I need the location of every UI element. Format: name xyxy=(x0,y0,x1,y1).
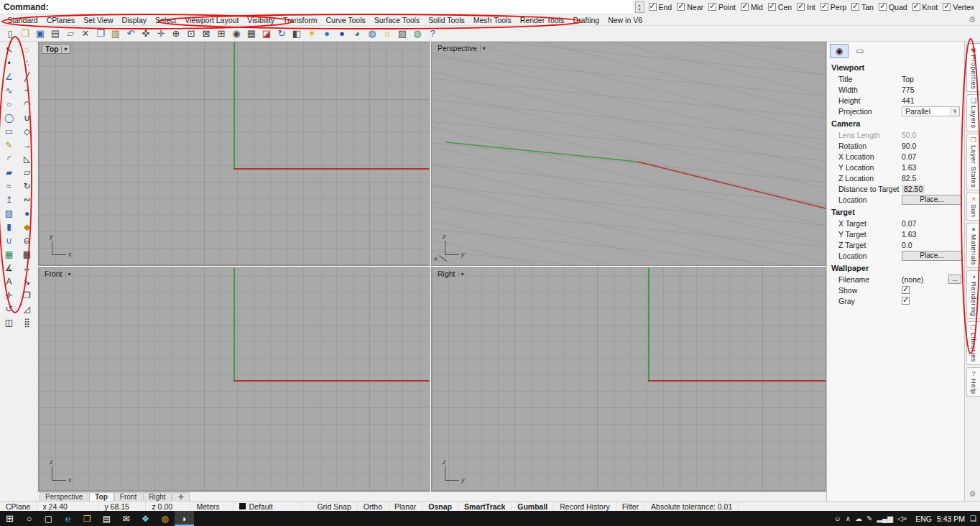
height-value[interactable]: 441 xyxy=(902,96,964,105)
toolbar-tab[interactable]: Surface Tools xyxy=(370,15,424,25)
toolbar-tab[interactable]: Visibility xyxy=(243,15,279,25)
viewport-front-title[interactable]: Front xyxy=(42,269,74,278)
y-coordinate[interactable]: y 68.15 xyxy=(98,502,146,511)
rotate-view-icon[interactable]: ↻ xyxy=(275,27,288,40)
gear-icon[interactable]: ⚙ xyxy=(969,489,976,499)
projection-dropdown[interactable]: Parallel ∨ xyxy=(902,106,960,116)
leader-icon[interactable]: ↘ xyxy=(19,275,35,289)
mesh-tools-icon[interactable]: ▩ xyxy=(19,248,35,262)
viewport-top[interactable]: Top y x xyxy=(38,42,430,266)
point-icon[interactable]: • xyxy=(1,57,17,70)
smarttrack-toggle[interactable]: SmartTrack xyxy=(458,502,512,511)
hidden-icons-chevron[interactable]: ∧ xyxy=(846,515,851,522)
photos-icon[interactable]: ❖ xyxy=(136,511,155,526)
file-explorer-icon[interactable]: ❒ xyxy=(78,511,97,526)
tab-sun[interactable]: ☀ Sun xyxy=(966,193,980,220)
curve-tools-icon[interactable]: ✎ xyxy=(1,139,17,152)
edge-icon[interactable]: ℮ xyxy=(58,511,78,526)
toolbar-tab[interactable]: Solid Tools xyxy=(424,15,469,25)
z-coordinate[interactable]: z 0.00 xyxy=(146,502,190,511)
surface-icon[interactable]: ▰ xyxy=(1,166,17,180)
viewport-page-tab-top[interactable]: Top xyxy=(89,492,114,501)
tab-rendering[interactable]: ◑ Rendering xyxy=(966,270,980,319)
mirror-icon[interactable]: ◫ xyxy=(1,316,17,330)
z-location-value[interactable]: 82.5 xyxy=(902,174,964,183)
toolbar-tab[interactable]: Display xyxy=(118,15,151,25)
z-target-value[interactable]: 0.0 xyxy=(902,241,964,249)
undo-icon[interactable]: ↶ xyxy=(124,27,137,40)
zoom-extents-icon[interactable]: ⊠ xyxy=(200,27,213,40)
tab-properties[interactable]: ◉ Properties xyxy=(966,43,980,92)
osnap-toggle[interactable]: Cen xyxy=(768,3,792,11)
action-center-icon[interactable]: ❏ xyxy=(970,515,976,522)
viewport-perspective-title[interactable]: Perspective xyxy=(435,44,489,52)
lamp-icon[interactable]: ☀ xyxy=(305,27,318,40)
boolean-union-icon[interactable]: ∪ xyxy=(1,234,17,248)
viewport-menu-arrow-icon[interactable] xyxy=(458,271,466,277)
language-indicator[interactable]: ENG xyxy=(915,515,932,523)
osnap-toggle[interactable]: Knot xyxy=(912,3,938,11)
title-value[interactable]: Top xyxy=(902,75,964,83)
sphere-icon[interactable]: ● xyxy=(19,207,35,221)
pen-icon[interactable]: ✎ xyxy=(866,515,872,522)
record-history-toggle[interactable]: Record History xyxy=(554,502,616,511)
osnap-toggle[interactable]: Point xyxy=(708,3,736,11)
rotate-sphere-icon[interactable]: ◕ xyxy=(351,27,364,40)
new-file-icon[interactable]: ▯ xyxy=(4,27,17,40)
save-icon[interactable]: ▣ xyxy=(34,27,47,40)
osnap-toggle[interactable]: End xyxy=(649,3,672,11)
mesh-icon[interactable]: ▦ xyxy=(1,248,17,262)
copy-tool-icon[interactable]: ❐ xyxy=(19,289,35,303)
cortana-icon[interactable]: ○ xyxy=(19,511,39,526)
toolbar-tab[interactable]: Curve Tools xyxy=(322,15,370,25)
tab-layers[interactable]: ❏ Layers xyxy=(966,94,980,132)
distance-to-target-value[interactable]: 82.50 xyxy=(902,185,925,193)
browse-file-button[interactable]: ... xyxy=(948,274,961,284)
rendered-view-icon[interactable]: ● xyxy=(336,27,348,40)
filename-value[interactable]: (none) xyxy=(902,275,948,284)
osnap-toggle[interactable]: Quad xyxy=(879,3,907,11)
osnap-toggle[interactable]: Tan xyxy=(851,3,874,11)
osnap-toggle[interactable]: Vertex xyxy=(943,3,974,11)
width-value[interactable]: 775 xyxy=(902,86,964,94)
toolbar-tab[interactable]: Drafting xyxy=(568,15,604,25)
selection-filter-icon[interactable]: ◉ xyxy=(230,27,243,40)
help-icon[interactable]: ? xyxy=(426,27,439,40)
analyze-icon[interactable]: ∡ xyxy=(1,262,17,275)
array-icon[interactable]: ⣿ xyxy=(19,316,35,330)
copy-icon[interactable]: ❐ xyxy=(94,27,107,40)
circle-icon[interactable]: ○ xyxy=(1,98,17,111)
gray-checkbox[interactable] xyxy=(902,297,910,305)
zoom-window-icon[interactable]: ⊡ xyxy=(185,27,198,40)
network-icon[interactable]: ▂▄▆ xyxy=(877,515,892,522)
viewport-properties-page-button[interactable]: ◉ xyxy=(830,44,849,58)
x-coordinate[interactable]: x 24.40 xyxy=(37,502,98,511)
shaded-view-icon[interactable]: ● xyxy=(320,27,333,40)
viewport-page-tab-front[interactable]: Front xyxy=(114,492,142,501)
viewport-top-title[interactable]: Top xyxy=(42,44,70,54)
tolerance-display[interactable]: Absolute tolerance: 0.01 xyxy=(645,502,739,511)
viewport-right-title[interactable]: Right xyxy=(435,269,467,278)
osnap-toggle[interactable]: Int xyxy=(797,3,815,11)
command-input[interactable] xyxy=(51,1,633,14)
interpolate-curve-icon[interactable]: ~ xyxy=(19,84,35,98)
curve-icon[interactable]: ∿ xyxy=(1,84,17,98)
add-viewport-tab[interactable]: ✛ xyxy=(172,492,190,501)
cplane-icon[interactable]: ▧ xyxy=(396,27,409,40)
move-tool-icon[interactable]: ✛ xyxy=(1,289,17,303)
fillet-corner-icon[interactable]: ◜ xyxy=(1,152,17,166)
text-icon[interactable]: A xyxy=(1,275,17,289)
globe-icon[interactable]: ◍ xyxy=(366,27,379,40)
rhino-icon[interactable]: ◗ xyxy=(175,511,194,526)
scale-tool-icon[interactable]: ◿ xyxy=(19,303,35,316)
move-icon[interactable]: ✛ xyxy=(154,27,167,40)
pan-icon[interactable]: ✜ xyxy=(139,27,152,40)
ortho-toggle[interactable]: Ortho xyxy=(358,502,389,511)
sun-icon[interactable]: ☼ xyxy=(381,27,394,40)
x-location-value[interactable]: 0.07 xyxy=(902,152,964,161)
people-icon[interactable]: ☺ xyxy=(833,515,841,522)
start-button[interactable]: ⊞ xyxy=(0,511,19,526)
boolean-difference-icon[interactable]: ⊖ xyxy=(19,234,35,248)
layer-pane[interactable]: Default xyxy=(234,502,302,511)
units-pane[interactable]: Meters xyxy=(190,502,234,511)
